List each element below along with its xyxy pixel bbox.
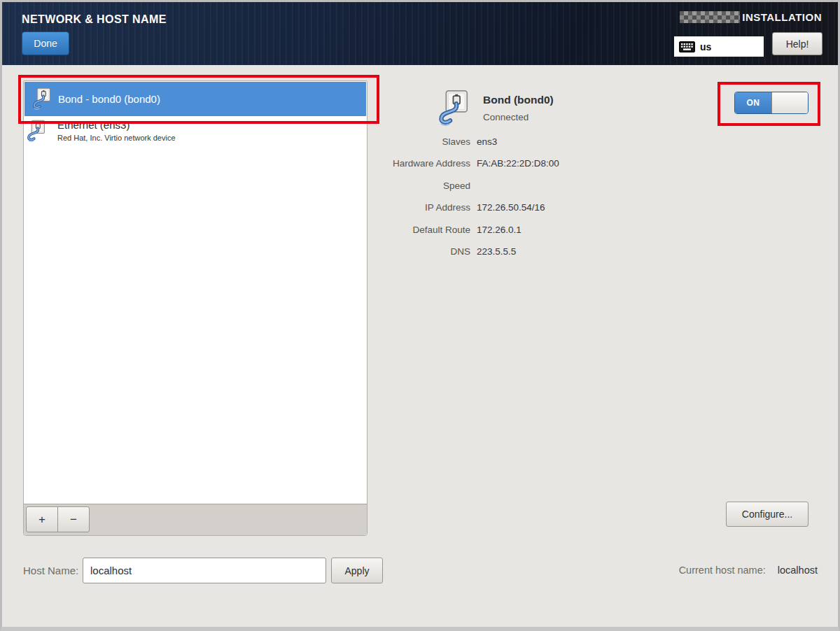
current-hostname-label: Current host name: bbox=[679, 565, 766, 576]
detail-value: 223.5.5.5 bbox=[477, 246, 609, 268]
current-hostname-value: localhost bbox=[778, 565, 818, 576]
detail-label: Speed bbox=[378, 180, 470, 202]
installation-label: INSTALLATION bbox=[742, 11, 822, 23]
installer-window: NETWORK & HOST NAME Done INSTALLATION us… bbox=[0, 0, 840, 631]
network-device-icon bbox=[25, 120, 46, 143]
keyboard-layout-indicator[interactable]: us bbox=[674, 36, 764, 57]
detail-value: 172.26.50.54/16 bbox=[477, 202, 609, 224]
detail-label: Hardware Address bbox=[378, 158, 470, 180]
redacted-product-name bbox=[680, 11, 740, 23]
detail-value: ens3 bbox=[477, 136, 609, 158]
hostname-label: Host Name: bbox=[23, 565, 78, 576]
installation-heading: INSTALLATION bbox=[680, 11, 822, 23]
header: NETWORK & HOST NAME Done INSTALLATION us… bbox=[2, 2, 838, 65]
done-button[interactable]: Done bbox=[22, 31, 69, 55]
device-item-title: Ethernet (ens3) bbox=[57, 119, 130, 131]
detail-connection-status: Connected bbox=[483, 112, 528, 122]
configure-button[interactable]: Configure... bbox=[726, 502, 808, 527]
detail-properties: Slaves ens3 Hardware Address FA:AB:22:2D… bbox=[378, 136, 609, 268]
device-enabled-toggle[interactable]: ON bbox=[734, 92, 808, 114]
device-list-panel: Bond - bond0 (bond0) Ethernet (ens3) Red… bbox=[23, 80, 368, 536]
keyboard-icon bbox=[679, 41, 695, 52]
detail-label: IP Address bbox=[378, 202, 470, 224]
device-list-item-bond[interactable]: Bond - bond0 (bond0) bbox=[24, 82, 366, 116]
remove-device-button[interactable]: − bbox=[57, 506, 90, 532]
hostname-input[interactable] bbox=[83, 558, 326, 583]
detail-label: Default Route bbox=[378, 225, 470, 246]
detail-label: Slaves bbox=[378, 136, 470, 158]
network-device-icon bbox=[31, 87, 51, 111]
device-item-title: Bond - bond0 (bond0) bbox=[58, 93, 160, 105]
apply-button[interactable]: Apply bbox=[331, 558, 383, 583]
detail-value bbox=[477, 180, 609, 202]
detail-device-title: Bond (bond0) bbox=[483, 94, 554, 106]
detail-value: FA:AB:22:2D:D8:00 bbox=[477, 158, 609, 180]
help-button[interactable]: Help! bbox=[772, 32, 822, 55]
device-list-item-ethernet[interactable]: Ethernet (ens3) Red Hat, Inc. Virtio net… bbox=[24, 116, 366, 151]
network-device-icon bbox=[435, 90, 469, 127]
keyboard-layout-value: us bbox=[700, 41, 711, 52]
toggle-handle[interactable] bbox=[771, 92, 808, 113]
add-device-button[interactable]: + bbox=[26, 506, 58, 532]
current-hostname: Current host name: localhost bbox=[679, 565, 818, 576]
detail-value: 172.26.0.1 bbox=[477, 225, 609, 246]
page-title: NETWORK & HOST NAME bbox=[22, 13, 167, 26]
device-list-toolbar: + − bbox=[24, 504, 367, 535]
toggle-on-label: ON bbox=[735, 92, 771, 113]
device-item-subtitle: Red Hat, Inc. Virtio network device bbox=[57, 134, 176, 142]
detail-label: DNS bbox=[378, 246, 470, 268]
